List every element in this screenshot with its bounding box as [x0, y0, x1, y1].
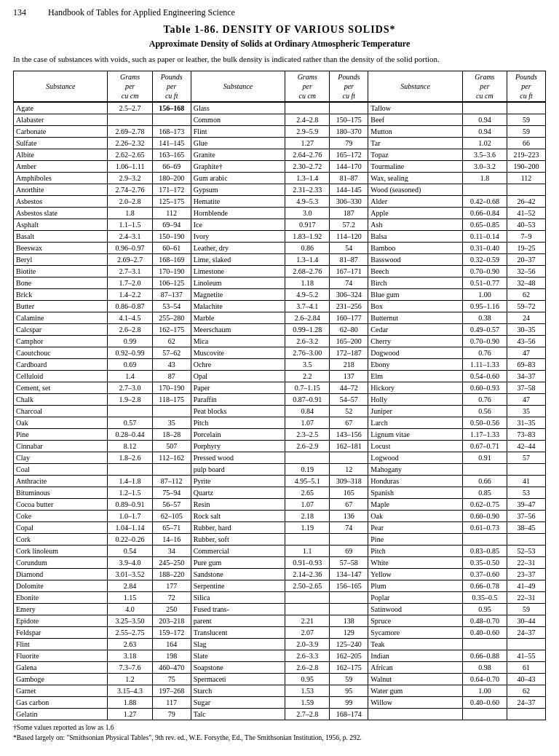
footnotes: †Some values reported as low as 1.6 *Bas…: [13, 723, 546, 743]
table-row: Butter0.86–0.8753–54 Malachite3.7–4.1231…: [14, 301, 546, 312]
table-row: Asphalt1.1–1.569–94 Ice0.91757.2 Ash0.65…: [14, 219, 546, 231]
col-header-substance2: Substance: [191, 71, 285, 103]
col-header-pounds2: Poundspercu ft: [330, 71, 368, 103]
table-row: Anorthite2.74–2.76171–172 Gypsum2.31–2.3…: [14, 184, 546, 196]
table-row: Corundum3.9–4.0245–250 Pure gum0.91–0.93…: [14, 557, 546, 569]
table-row: Cinnabar8.12507 Porphyry2.6–2.9162–181 L…: [14, 441, 546, 452]
table-row: Fluorite3.18198 Slate2.6–3.3162–205 Indi…: [14, 650, 546, 662]
col-header-pounds1: Poundspercu ft: [152, 71, 191, 103]
table-row: Basalt2.4–3.1150–190 Ivory1.83–1.92114–1…: [14, 231, 546, 243]
table-row: Bone1.7–2.0106–125 Linoleum1.1874 Birch0…: [14, 277, 546, 289]
page-number: 134: [13, 7, 26, 18]
table-row: Calcspar2.6–2.8162–175 Meerschaum0.99–1.…: [14, 324, 546, 336]
table-row: Celluloid1.487 Opal2.2137 Elm0.54–0.6034…: [14, 371, 546, 382]
table-row: Pine0.28–0.4418–28 Porcelain2.3–2.5143–1…: [14, 429, 546, 441]
table-row: Gamboge1.275 Spermaceti0.9559 Walnut0.64…: [14, 674, 546, 685]
table-row: Asbestos slate1.8112 Hornblende3.0187 Ap…: [14, 208, 546, 219]
footnote-1: †Some values reported as low as 1.6: [13, 723, 546, 733]
table-row: Chalk1.9–2.8118–175 Paraffin0.87–0.9154–…: [14, 394, 546, 406]
table-row: Camphor0.9962 Mica2.6–3.2165–200 Cherry0…: [14, 336, 546, 347]
table-row: Oak0.5735 Pitch1.0767 Larch0.50–0.5631–3…: [14, 417, 546, 429]
table-row: Alabaster Common2.4–2.8150–175 Beef0.945…: [14, 114, 546, 126]
table-row: Cement, set2.7–3.0170–190 Paper0.7–1.154…: [14, 382, 546, 394]
table-row: Dolomite2.84177 Serpentine2.50–2.65156–1…: [14, 580, 546, 592]
page-header: 134 Handbook of Tables for Applied Engin…: [13, 7, 546, 18]
col-header-grams2: Gramspercu cm: [285, 71, 330, 103]
col-header-grams1: Gramspercu cm: [108, 71, 152, 103]
table-row: Clay1.8–2.6112–162 Pressed wood Logwood0…: [14, 452, 546, 464]
table-row: Sulfate2.26–2.32141–145 Glue1.2779 Tar1.…: [14, 138, 546, 149]
table-row: Cork0.22–0.2614–16 Rubber, soft Pine: [14, 534, 546, 546]
table-row: Calamine4.1–4.5255–280 Marble2.6–2.84160…: [14, 312, 546, 324]
book-title: Handbook of Tables for Applied Engineeri…: [48, 7, 235, 18]
table-row: Flint2.63164 Slag2.0–3.9125–240 Teak: [14, 639, 546, 650]
table-row: Biotite2.7–3.1170–190 Limestone2.68–2.76…: [14, 266, 546, 277]
table-row: Gas carbon1.88117 Sugar1.5999 Willow0.40…: [14, 697, 546, 709]
table-row: Bituminous1.2–1.575–94 Quartz2.65165 Spa…: [14, 487, 546, 499]
table-row: Amphiboles2.9–3.2180–200 Gum arabic1.3–1…: [14, 173, 546, 184]
table-row: Galena7.3–7.6460–470 Soapstone2.6–2.8162…: [14, 662, 546, 674]
table-row: Charcoal Peat blocks0.8452 Juniper0.5635: [14, 406, 546, 417]
density-table: Substance Gramspercu cm Poundspercu ft S…: [13, 71, 546, 720]
table-title: Table 1-86. DENSITY OF VARIOUS SOLIDS*: [13, 24, 546, 36]
table-row: Ebonite1.1572 Silica Poplar0.35–0.522–31: [14, 592, 546, 604]
footnote-2: *Based largely on: "Smithsonian Physical…: [13, 733, 546, 743]
table-row: Epidote3.25–3.50203–218 parent2.21138 Sp…: [14, 615, 546, 627]
table-row: Feldspar2.55–2.75159–172 Translucent2.07…: [14, 627, 546, 639]
table-row: Emery4.0250 Fused trans- Satinwood0.9559: [14, 604, 546, 615]
table-row: Beryl2.69–2.7168–169 Lime, slaked1.3–1.4…: [14, 254, 546, 266]
col-header-grams3: Gramspercu cm: [462, 71, 507, 103]
table-row: Coal pulp board0.1912 Mahogany: [14, 464, 546, 476]
table-row: Beeswax0.96–0.9760–61 Leather, dry0.8654…: [14, 243, 546, 254]
table-note: In the case of substances with voids, su…: [13, 54, 546, 65]
table-row: Gelatin1.2779 Talc2.7–2.8168–174: [14, 709, 546, 720]
table-row: Cork linoleum0.5434 Commercial1.169 Pitc…: [14, 546, 546, 557]
table-row: Amber1.06–1.1166–69 Graphite†2.30–2.7214…: [14, 161, 546, 173]
table-row: Copal1.04–1.1465–71 Rubber, hard1.1974 P…: [14, 522, 546, 534]
col-header-substance1: Substance: [14, 71, 108, 103]
col-header-substance3: Substance: [368, 71, 462, 103]
table-row: Coke1.0–1.762–105 Rock salt2.18136 Oak0.…: [14, 511, 546, 522]
table-row: Anthracite1.4–1.887–112 Pyrite4.95–5.130…: [14, 476, 546, 487]
table-row: Asbestos2.0–2.8125–175 Hematite4.9–5.330…: [14, 196, 546, 208]
table-row: Albite2.62–2.65163–165 Granite2.64–2.761…: [14, 149, 546, 161]
col-header-pounds3: Poundspercu ft: [507, 71, 546, 103]
table-row: Garnet3.15–4.3197–268 Starch1.5395 Water…: [14, 685, 546, 697]
table-row: Diamond3.01–3.52188–220 Sandstone2.14–2.…: [14, 569, 546, 580]
table-row: Brick1.4–2.287–137 Magnetite4.9–5.2306–3…: [14, 289, 546, 301]
table-row: Carbonate2.69–2.78168–173 Flint2.9–5.918…: [14, 126, 546, 138]
table-row: Cocoa butter0.89–0.9156–57 Resin1.0767 M…: [14, 499, 546, 511]
table-row: Agate2.5–2.7156–168 Glass Tallow: [14, 102, 546, 114]
table-row: Caoutchouc0.92–0.9957–62 Muscovite2.76–3…: [14, 347, 546, 359]
table-row: Cardboard0.6943 Ochre3.5218 Ebony1.11–1.…: [14, 359, 546, 371]
table-subtitle: Approximate Density of Solids at Ordinar…: [13, 39, 546, 50]
